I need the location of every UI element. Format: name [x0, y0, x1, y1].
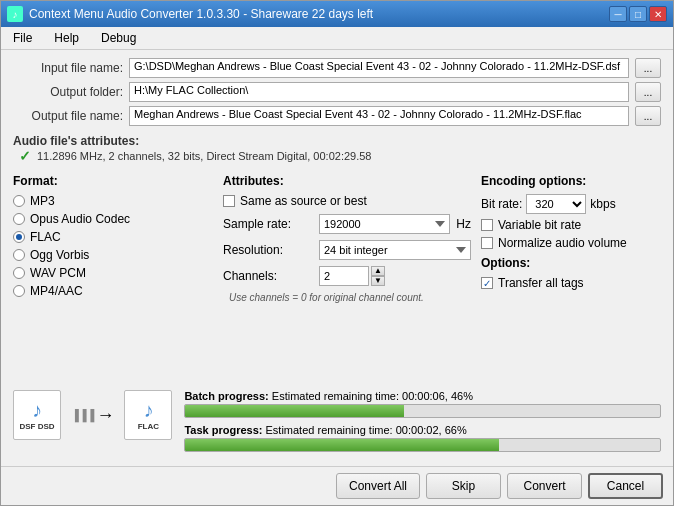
channels-row: Channels: 2 ▲ ▼ — [223, 266, 471, 286]
transfer-tags-row: Transfer all tags — [481, 276, 661, 290]
output-folder-browse-button[interactable]: ... — [635, 82, 661, 102]
title-bar-left: ♪ Context Menu Audio Converter 1.0.3.30 … — [7, 6, 373, 22]
format-flac[interactable]: FLAC — [13, 230, 213, 244]
format-mp3-radio[interactable] — [13, 195, 25, 207]
same-as-source-checkbox[interactable] — [223, 195, 235, 207]
normalize-label: Normalize audio volume — [498, 236, 627, 250]
format-opus-radio[interactable] — [13, 213, 25, 225]
menu-help[interactable]: Help — [48, 29, 85, 47]
format-wav[interactable]: WAV PCM — [13, 266, 213, 280]
sample-rate-select[interactable]: 192000 — [319, 214, 450, 234]
batch-progress-bar-bg — [184, 404, 661, 418]
source-file-icon: ♪ DSF DSD — [13, 390, 61, 440]
convert-button[interactable]: Convert — [507, 473, 582, 499]
format-mp4-radio[interactable] — [13, 285, 25, 297]
format-mp3[interactable]: MP3 — [13, 194, 213, 208]
channels-down-button[interactable]: ▼ — [371, 276, 385, 286]
format-ogg[interactable]: Ogg Vorbis — [13, 248, 213, 262]
format-wav-radio[interactable] — [13, 267, 25, 279]
bitrate-label: Bit rate: — [481, 197, 522, 211]
progress-area: Batch progress: Estimated remaining time… — [184, 390, 661, 458]
task-progress-bar-bg — [184, 438, 661, 452]
main-panels: Format: MP3 Opus Audio Codec FLAC Ogg Vo… — [13, 174, 661, 380]
audio-attributes-title: Audio file's attributes: — [13, 134, 139, 148]
task-progress-row: Task progress: Estimated remaining time:… — [184, 424, 661, 452]
format-ogg-label: Ogg Vorbis — [30, 248, 89, 262]
format-panel: Format: MP3 Opus Audio Codec FLAC Ogg Vo… — [13, 174, 213, 380]
encoding-title: Encoding options: — [481, 174, 661, 188]
options-title: Options: — [481, 256, 661, 270]
task-progress-label: Task progress: Estimated remaining time:… — [184, 424, 661, 436]
source-note-icon: ♪ — [32, 399, 42, 422]
same-as-source-label: Same as source or best — [240, 194, 367, 208]
sample-rate-unit: Hz — [456, 217, 471, 231]
dest-note-icon: ♪ — [143, 399, 153, 422]
channels-input[interactable]: 2 — [319, 266, 369, 286]
channels-spinner: 2 ▲ ▼ — [319, 266, 385, 286]
normalize-row: Normalize audio volume — [481, 236, 661, 250]
batch-progress-detail: Estimated remaining time: 00:00:06, 46% — [272, 390, 473, 402]
channels-spinner-buttons: ▲ ▼ — [371, 266, 385, 286]
audio-attributes-section: Audio file's attributes: ✓ 11.2896 MHz, … — [13, 134, 661, 164]
output-file-browse-button[interactable]: ... — [635, 106, 661, 126]
menu-file[interactable]: File — [7, 29, 38, 47]
task-progress-bar-fill — [185, 439, 498, 451]
format-flac-label: FLAC — [30, 230, 61, 244]
input-file-value: G:\DSD\Meghan Andrews - Blue Coast Speci… — [129, 58, 629, 78]
menu-debug[interactable]: Debug — [95, 29, 142, 47]
main-window: ♪ Context Menu Audio Converter 1.0.3.30 … — [0, 0, 674, 506]
bitrate-select[interactable]: 320 — [526, 194, 586, 214]
bitrate-row: Bit rate: 320 kbps — [481, 194, 661, 214]
maximize-button[interactable]: □ — [629, 6, 647, 22]
channels-up-button[interactable]: ▲ — [371, 266, 385, 276]
dest-file-icon: ♪ FLAC — [124, 390, 172, 440]
dest-type-badge: FLAC — [138, 422, 159, 431]
minimize-button[interactable]: ─ — [609, 6, 627, 22]
batch-progress-title: Batch progress: — [184, 390, 271, 402]
format-opus[interactable]: Opus Audio Codec — [13, 212, 213, 226]
format-ogg-radio[interactable] — [13, 249, 25, 261]
task-progress-detail: Estimated remaining time: 00:00:02, 66% — [266, 424, 467, 436]
main-content: Input file name: G:\DSD\Meghan Andrews -… — [1, 50, 673, 466]
output-file-label: Output file name: — [13, 109, 123, 123]
resolution-row: Resolution: 24 bit integer — [223, 240, 471, 260]
attributes-panel: Attributes: Same as source or best Sampl… — [213, 174, 471, 380]
audio-attributes-text: 11.2896 MHz, 2 channels, 32 bits, Direct… — [37, 150, 371, 162]
output-file-row: Output file name: Meghan Andrews - Blue … — [13, 106, 661, 126]
input-file-row: Input file name: G:\DSD\Meghan Andrews -… — [13, 58, 661, 78]
normalize-checkbox[interactable] — [481, 237, 493, 249]
transfer-tags-label: Transfer all tags — [498, 276, 584, 290]
skip-button[interactable]: Skip — [426, 473, 501, 499]
task-progress-title: Task progress: — [184, 424, 265, 436]
convert-all-button[interactable]: Convert All — [336, 473, 420, 499]
batch-progress-row: Batch progress: Estimated remaining time… — [184, 390, 661, 418]
close-button[interactable]: ✕ — [649, 6, 667, 22]
variable-bitrate-checkbox[interactable] — [481, 219, 493, 231]
input-browse-button[interactable]: ... — [635, 58, 661, 78]
format-mp4[interactable]: MP4/AAC — [13, 284, 213, 298]
cancel-button[interactable]: Cancel — [588, 473, 663, 499]
transfer-tags-checkbox[interactable] — [481, 277, 493, 289]
window-controls: ─ □ ✕ — [609, 6, 667, 22]
arrow-icon: → — [96, 405, 114, 426]
conversion-icons: ♪ DSF DSD ▐▐▐ → ♪ FLAC — [13, 390, 172, 440]
variable-bitrate-label: Variable bit rate — [498, 218, 581, 232]
bottom-buttons: Convert All Skip Convert Cancel — [1, 466, 673, 505]
output-folder-label: Output folder: — [13, 85, 123, 99]
bars-icon: ▐▐▐ — [71, 409, 94, 421]
format-wav-label: WAV PCM — [30, 266, 86, 280]
bottom-section: ♪ DSF DSD ▐▐▐ → ♪ FLAC Batch progress: E… — [13, 390, 661, 458]
window-title: Context Menu Audio Converter 1.0.3.30 - … — [29, 7, 373, 21]
resolution-select[interactable]: 24 bit integer — [319, 240, 471, 260]
batch-progress-label: Batch progress: Estimated remaining time… — [184, 390, 661, 402]
channels-label: Channels: — [223, 269, 313, 283]
batch-progress-bar-fill — [185, 405, 403, 417]
output-folder-row: Output folder: H:\My FLAC Collection\ ..… — [13, 82, 661, 102]
format-flac-radio[interactable] — [13, 231, 25, 243]
same-as-source-row: Same as source or best — [223, 194, 471, 208]
variable-bitrate-row: Variable bit rate — [481, 218, 661, 232]
format-mp3-label: MP3 — [30, 194, 55, 208]
title-bar: ♪ Context Menu Audio Converter 1.0.3.30 … — [1, 1, 673, 27]
format-title: Format: — [13, 174, 213, 188]
audio-attributes-value: ✓ 11.2896 MHz, 2 channels, 32 bits, Dire… — [13, 148, 661, 164]
